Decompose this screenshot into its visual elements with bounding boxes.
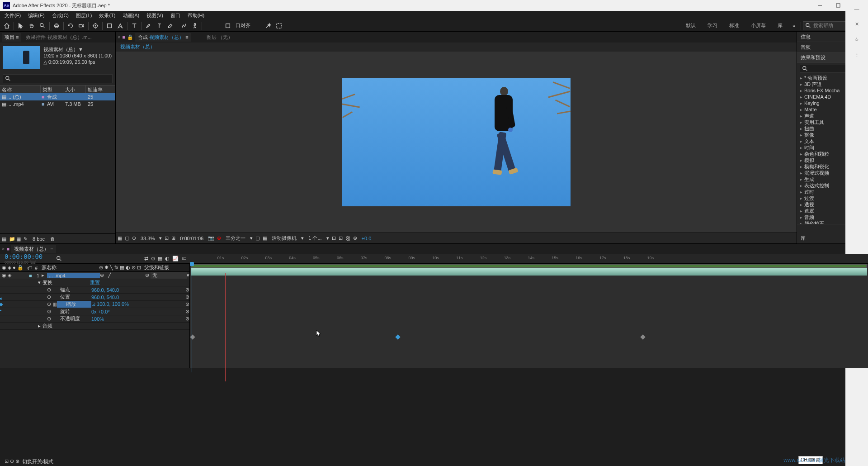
timecode-icon[interactable]: ⊙ [132, 235, 136, 241]
renderer-icon[interactable]: ⊛ [353, 235, 357, 241]
col-type[interactable]: 类型 [41, 86, 63, 93]
snap-toggle-icon[interactable] [223, 21, 233, 31]
pen-tool-icon[interactable] [115, 21, 125, 31]
frame-blend-icon[interactable]: ▦ [158, 256, 162, 262]
align-label[interactable]: 口对齐 [234, 22, 252, 29]
project-search-input[interactable] [3, 74, 113, 83]
keyframe-start[interactable] [190, 334, 195, 339]
bpc-toggle[interactable]: 8 bpc [33, 236, 45, 242]
menu-view[interactable]: 视图(V) [144, 11, 166, 20]
rect-tool-icon[interactable] [104, 21, 114, 31]
ext-min-icon[interactable]: — [848, 2, 866, 15]
comp-thumbnail[interactable] [3, 46, 40, 69]
prop-scale[interactable]: ◂ ◆ ▸ ⊙ ▥ 缩放 ⊡ 100.0, 100.0% ⊘ [0, 301, 189, 308]
folder-icon[interactable]: 📁 [9, 236, 14, 242]
toggle-label[interactable]: 切换开关/模式 [22, 458, 53, 465]
alpha-icon[interactable]: ▦ [118, 235, 122, 241]
tab-layer[interactable]: 图层 （无） [204, 33, 236, 42]
brush-tool-icon[interactable] [143, 21, 153, 31]
comp-mini-icon[interactable]: ⇄ [144, 256, 148, 262]
mask-icon[interactable] [274, 21, 284, 31]
col-name[interactable]: 名称 [0, 86, 41, 93]
selection-tool-icon[interactable] [16, 21, 26, 31]
menu-window[interactable]: 窗口 [168, 11, 183, 20]
toggle-switches-icon[interactable]: ⊡ ⊙ ⊛ [5, 458, 19, 465]
mask-viz-icon[interactable]: ▢ [125, 235, 129, 241]
menu-file[interactable]: 文件(F) [2, 11, 24, 20]
shy-icon[interactable]: ⊙ [151, 256, 155, 262]
tab-project[interactable]: 项目 ≡ [2, 33, 21, 42]
comp-breadcrumb[interactable]: 视频素材（总） [116, 43, 797, 52]
camera-dropdown[interactable]: 活动摄像机 [270, 234, 298, 242]
rotate-tool-icon[interactable] [66, 21, 75, 31]
roto-tool-icon[interactable] [179, 21, 189, 31]
tag-icon[interactable]: 🏷 [181, 256, 186, 262]
views-dropdown[interactable]: 1 个... [307, 234, 323, 242]
channel-icon[interactable]: ⊛ [217, 235, 221, 241]
grid-icon[interactable]: ⊞ [171, 235, 175, 241]
col-fps[interactable]: 帧速率 [86, 86, 115, 93]
workspace-default[interactable]: 默认 [680, 21, 701, 30]
zoom-tool-icon[interactable] [38, 21, 47, 31]
menu-effect[interactable]: 效果(T) [96, 11, 118, 20]
trash-icon[interactable]: 🗑 [50, 236, 56, 242]
orbit-tool-icon[interactable] [52, 21, 61, 31]
menu-layer[interactable]: 图层(L) [73, 11, 94, 20]
audio-group[interactable]: ▸ 音频 [0, 323, 189, 330]
motion-blur-icon[interactable]: ◐ [165, 256, 170, 262]
timecode-display[interactable]: 0:00:00:00 [0, 253, 47, 260]
interpret-icon[interactable]: ▦ [2, 236, 7, 242]
pixel-icon[interactable]: ⊡ [332, 235, 336, 241]
col-source[interactable]: 源名称 [40, 264, 99, 271]
home-icon[interactable] [2, 21, 12, 31]
transform-group[interactable]: ▾ 变换 重置 [0, 279, 189, 286]
exposure-value[interactable]: +0.0 [360, 235, 373, 242]
adjust-icon[interactable]: ✎ [24, 236, 29, 242]
fast-prev-icon[interactable]: ⊡ [339, 235, 343, 241]
ext-menu-icon[interactable]: ⋮ [848, 48, 866, 62]
minimize-button[interactable] [811, 0, 829, 11]
new-comp-icon[interactable]: ▦ [16, 236, 22, 242]
full-icon[interactable]: ⊡ [165, 235, 169, 241]
pan-behind-tool-icon[interactable] [90, 21, 100, 31]
graph-icon[interactable]: 📈 [172, 256, 179, 262]
workspace-standard[interactable]: 标准 [724, 21, 745, 30]
workspace-small[interactable]: 小屏幕 [745, 21, 771, 30]
tab-timeline[interactable]: 视频素材（总） ≡ [11, 245, 56, 253]
workspace-overflow-icon[interactable]: » [789, 21, 799, 31]
timeline-layer-1[interactable]: ◉ ◈ ■ 1 ▸ ... .mp4 ⊛ ╱ ⊘ 无 ▾ [0, 272, 189, 279]
playhead[interactable] [192, 264, 192, 372]
snapshot-icon[interactable]: 📷 [208, 235, 214, 241]
menu-edit[interactable]: 编辑(E) [25, 11, 47, 20]
tab-effect-controls[interactable]: 效果控件 视频素材（总）.m... [23, 33, 94, 42]
comp-viewer[interactable] [116, 52, 797, 233]
prop-rotation[interactable]: ⊙ 旋转 0x +0.0° ⊘ [0, 308, 189, 315]
tab-composition[interactable]: 合成 视频素材（总） ≡ [135, 33, 191, 42]
ext-star-icon[interactable]: ☆ [848, 33, 866, 46]
zoom-dropdown[interactable]: 33.3% [139, 235, 156, 242]
layer-clip[interactable] [191, 268, 867, 276]
text-tool-icon[interactable] [129, 21, 139, 31]
camera-tool-icon[interactable] [76, 21, 86, 31]
menu-help[interactable]: 帮助(H) [185, 11, 207, 20]
col-parent[interactable]: 父级和链接 [144, 264, 189, 271]
maximize-button[interactable] [829, 0, 847, 11]
prop-opacity[interactable]: ⊙ 不透明度 100% ⊘ [0, 315, 189, 323]
roi-icon[interactable]: ▢ [255, 235, 260, 241]
wand-icon[interactable] [263, 21, 273, 31]
col-size[interactable]: 大小 [63, 86, 86, 93]
lock-icon[interactable]: 🔒 [127, 34, 133, 40]
clone-tool-icon[interactable] [154, 21, 164, 31]
workspace-learn[interactable]: 学习 [702, 21, 723, 30]
time-ruler[interactable]: 01s02s03s04s05s06s07s08s09s10s11s12s13s1… [190, 254, 868, 264]
keyframe-end[interactable] [640, 334, 645, 339]
timeline-tracks[interactable] [190, 264, 868, 368]
puppet-tool-icon[interactable] [190, 21, 200, 31]
menu-animation[interactable]: 动画(A) [120, 11, 142, 20]
3d-icon[interactable]: ⛓ [345, 236, 350, 241]
work-area-bar[interactable] [191, 264, 867, 268]
search-icon[interactable] [56, 256, 62, 262]
transparency-icon[interactable]: ▦ [263, 235, 267, 241]
hand-tool-icon[interactable] [27, 21, 37, 31]
project-item-comp[interactable]: ▦ ... (总) ■ 合成 25 [0, 93, 115, 100]
